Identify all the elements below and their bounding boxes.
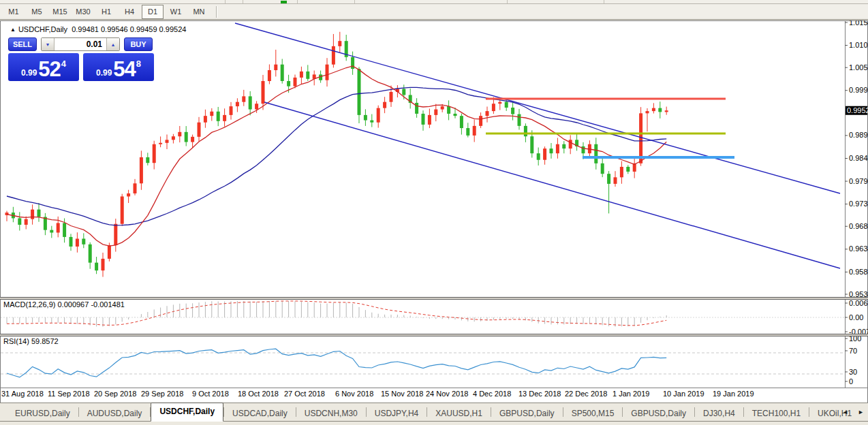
svg-text:24 Nov 2018: 24 Nov 2018 [426,390,468,398]
tab-tech100-h1[interactable]: TECH100,H1 [744,406,809,421]
tab-dj30-h4[interactable]: DJ30,H4 [695,406,743,421]
svg-text:0.98425: 0.98425 [849,154,868,162]
svg-text:0.97375: 0.97375 [849,200,868,208]
svg-text:30: 30 [849,368,857,376]
timeframe-button-m15[interactable]: M15 [49,5,71,19]
tab-usdcnh-m30[interactable]: USDCNH,M30 [296,406,366,421]
buy-price-pip: 8 [136,59,141,69]
tab-gbpusd-daily[interactable]: GBPUSD,Daily [623,406,694,421]
collapse-triangle-icon[interactable]: ▲ [10,27,16,33]
macd-indicator-label: MACD(12,26,9) 0.000967 -0.001481 [3,300,125,309]
timeframe-button-w1[interactable]: W1 [165,5,187,19]
svg-text:0.97900: 0.97900 [849,177,868,185]
one-click-trading-panel: SELL ▼ ▲ BUY 0.99 52 4 0.99 54 8 [8,37,157,81]
symbol-tab-bar: EURUSD,DailyAUDUSD,DailyUSDCHF,DailyUSDC… [0,403,868,425]
timeframe-button-m1[interactable]: M1 [3,5,25,19]
svg-text:6 Nov 2018: 6 Nov 2018 [335,390,373,398]
tab-scroll-right-icon[interactable]: ► [858,409,864,415]
chart-title-text: USDCHF,Daily 0.99481 0.99546 0.99459 0.9… [18,25,186,33]
svg-text:31 Aug 2018: 31 Aug 2018 [1,390,44,398]
svg-text:18 Oct 2018: 18 Oct 2018 [238,390,279,398]
svg-text:9 Oct 2018: 9 Oct 2018 [192,390,229,398]
tab-usdcad-daily[interactable]: USDCAD,Daily [224,406,296,421]
svg-text:13 Dec 2018: 13 Dec 2018 [518,390,561,398]
svg-text:70: 70 [849,347,857,355]
svg-text:0.95815: 0.95815 [849,268,868,276]
svg-text:27 Oct 2018: 27 Oct 2018 [284,390,325,398]
timeframe-toolbar: M1M5M15M30H1H4D1W1MN [0,4,868,20]
svg-text:1 Jan 2019: 1 Jan 2019 [613,390,649,398]
timeframe-button-h4[interactable]: H4 [119,5,140,19]
svg-text:1.01020: 1.01020 [849,41,868,49]
svg-text:19 Jan 2019: 19 Jan 2019 [713,390,754,398]
chart-title: ▲USDCHF,Daily 0.99481 0.99546 0.99459 0.… [10,25,186,33]
svg-text:0.96865: 0.96865 [849,222,868,230]
svg-text:0.006137: 0.006137 [849,299,868,307]
svg-text:29 Sep 2018: 29 Sep 2018 [141,390,183,398]
sell-price-pip: 4 [61,59,66,69]
buy-price-main: 54 [113,61,135,78]
tab-usdchf-daily[interactable]: USDCHF,Daily [151,403,223,422]
svg-text:0.95305: 0.95305 [849,290,868,298]
tab-gbpusd-daily[interactable]: GBPUSD,Daily [491,406,563,421]
tab-xauusd-h1[interactable]: XAUUSD,H1 [427,406,491,421]
svg-text:0.96340: 0.96340 [849,245,868,253]
toolbar-separator [354,0,355,3]
buy-price-box[interactable]: 0.99 54 8 [83,53,154,81]
sell-price-box[interactable]: 0.99 52 4 [8,53,79,81]
svg-text:15 Nov 2018: 15 Nov 2018 [381,390,423,398]
tab-usdjpy-h4[interactable]: USDJPY,H4 [367,406,427,421]
svg-text:0.99524: 0.99524 [847,106,868,114]
timeframe-button-m5[interactable]: M5 [26,5,48,19]
svg-text:20 Sep 2018: 20 Sep 2018 [94,390,136,398]
toolbar-separator [507,0,508,3]
toolbar-separator [243,0,243,3]
volume-decrease-icon[interactable]: ▼ [42,38,55,50]
timeframe-button-m30[interactable]: M30 [72,5,94,19]
buy-button[interactable]: BUY [124,37,153,51]
sell-price-prefix: 0.99 [21,68,37,78]
toolbar-separator [216,6,217,18]
rsi-indicator-label: RSI(14) 59.8572 [3,337,59,345]
tab-scroll-left-icon[interactable]: ◄ [842,409,848,415]
svg-text:1.00510: 1.00510 [849,63,868,72]
current-price-tag: 0.99524 [846,106,868,115]
toolbar-separator [604,0,604,3]
volume-input[interactable] [55,38,106,50]
tab-eurusd-daily[interactable]: EURUSD,Daily [7,406,78,421]
svg-text:0.00: 0.00 [849,313,863,321]
timeframe-button-mn[interactable]: MN [188,5,210,19]
svg-text:22 Dec 2018: 22 Dec 2018 [565,390,607,398]
svg-text:10 Jan 2019: 10 Jan 2019 [663,390,704,398]
buy-price-prefix: 0.99 [96,68,112,78]
sell-price-main: 52 [38,61,60,78]
tab-audusd-daily[interactable]: AUDUSD,Daily [79,406,151,421]
symbol-tabs: EURUSD,DailyAUDUSD,DailyUSDCHF,DailyUSDC… [0,403,868,422]
volume-increase-icon[interactable]: ▲ [106,38,119,50]
volume-stepper: ▼ ▲ [41,37,120,51]
tab-sp500-m15[interactable]: SP500,M15 [563,406,623,421]
svg-text:4 Dec 2018: 4 Dec 2018 [473,390,511,398]
timeframe-button-h1[interactable]: H1 [95,5,117,19]
svg-text:0.99985: 0.99985 [849,86,868,94]
sell-button[interactable]: SELL [8,37,37,51]
svg-text:1.01545: 1.01545 [849,20,868,27]
timeframe-button-d1[interactable]: D1 [142,5,164,19]
toolbar-separator [225,0,226,3]
toolbar-partial-icon [281,1,287,3]
svg-text:11 Sep 2018: 11 Sep 2018 [48,390,90,398]
chart-window: 1.015451.010201.005100.999850.989500.984… [0,20,868,403]
svg-text:0: 0 [849,377,853,385]
svg-text:0.98950: 0.98950 [849,131,868,139]
toolbar-separator [297,0,298,3]
